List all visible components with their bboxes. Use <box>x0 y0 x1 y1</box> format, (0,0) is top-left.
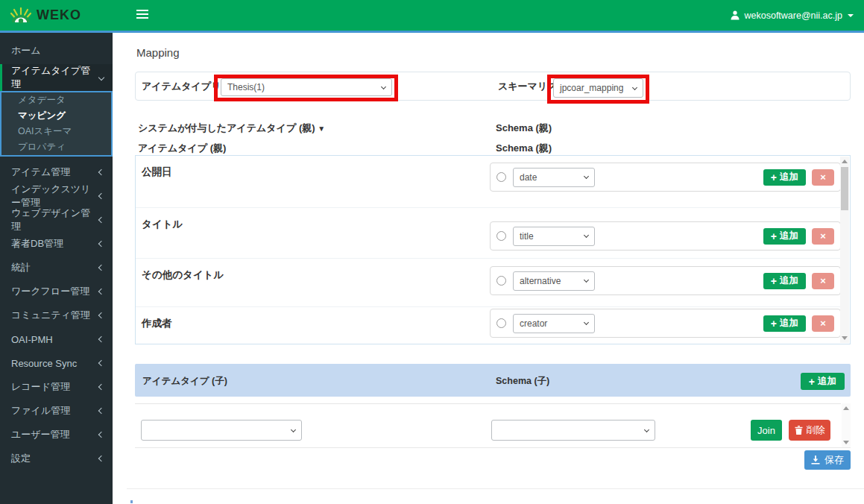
page-artifact-dot <box>130 500 133 503</box>
remove-mapping-button[interactable]: × <box>812 169 834 186</box>
divider <box>135 403 841 404</box>
schema-property-select[interactable]: title <box>513 227 595 246</box>
sidebar-item-resource-sync[interactable]: Resource Sync <box>0 351 113 375</box>
schema-property-select[interactable]: date <box>513 168 595 187</box>
schema-property-value: date <box>520 172 537 183</box>
sidebar-item-web-design-management[interactable]: ウェブデザイン管理 <box>0 208 113 232</box>
itemtype-child-header: アイテムタイプ (子) <box>142 375 227 388</box>
add-mapping-button[interactable]: +追加 <box>763 169 806 186</box>
sidebar-item-oai-pmh[interactable]: OAI-PMH <box>0 327 113 351</box>
scroll-down-arrow[interactable] <box>843 441 849 444</box>
caret-down-icon <box>848 14 854 17</box>
accent-divider <box>0 31 864 33</box>
sidebar-item-user-management[interactable]: ユーザー管理 <box>0 423 113 447</box>
system-itemtype-header[interactable]: システムが付与したアイテムタイプ (親) ▼ <box>138 122 325 135</box>
chevron-down-icon <box>584 320 589 325</box>
itemtype-child-select[interactable] <box>141 420 302 441</box>
chevron-left-icon <box>98 193 104 199</box>
schema-parent-header: Schema (親) <box>496 142 552 155</box>
add-child-mapping-button[interactable]: +追加 <box>801 373 845 390</box>
sidebar-item-itemtype-management[interactable]: アイテムタイプ管理 <box>0 64 113 91</box>
sidebar-item-statistics[interactable]: 統計 <box>0 256 113 280</box>
user-icon <box>731 10 740 20</box>
add-mapping-button[interactable]: +追加 <box>763 228 806 245</box>
chevron-down-icon <box>291 426 296 432</box>
sidebar-item-community-management[interactable]: コミュニティ管理 <box>0 303 113 327</box>
sidebar-item-author-db-management[interactable]: 著者DB管理 <box>0 232 113 256</box>
chevron-down-icon <box>584 233 589 238</box>
chevron-down-icon <box>632 84 637 89</box>
parent-mapping-panel: 公開日 date +追加 × タイトル title <box>135 155 851 344</box>
sidebar-item-file-management[interactable]: ファイル管理 <box>0 399 113 423</box>
plus-icon: + <box>771 171 777 183</box>
radio-button[interactable] <box>496 231 506 241</box>
divider <box>127 488 864 489</box>
schema-list-select[interactable]: jpcoar_mapping <box>553 78 643 98</box>
scroll-down-arrow[interactable] <box>842 336 848 340</box>
weko-logo[interactable]: WEKO <box>0 0 113 31</box>
scroll-up-arrow[interactable] <box>842 160 848 163</box>
schema-child-select[interactable] <box>491 420 655 441</box>
chevron-left-icon <box>98 360 104 366</box>
weko-logo-icon <box>10 7 31 24</box>
system-itemtype-header-row: システムが付与したアイテムタイプ (親) ▼ Schema (親) <box>135 122 851 133</box>
schema-list-selected-value: jpcoar_mapping <box>560 83 623 93</box>
schema-mapping-card: creator +追加 × <box>490 309 841 338</box>
save-button[interactable]: 保存 <box>804 450 851 470</box>
sidebar-item-metadata[interactable]: メタデータ <box>1 92 111 108</box>
remove-mapping-button[interactable]: × <box>812 315 834 332</box>
schema-property-select[interactable]: creator <box>513 314 595 333</box>
chevron-down-icon <box>98 75 104 81</box>
scroll-up-arrow[interactable] <box>843 406 849 410</box>
page-title: Mapping <box>136 46 180 59</box>
mapping-row-pubdate: 公開日 date +追加 × <box>136 156 840 207</box>
join-button[interactable]: Join <box>751 420 782 441</box>
plus-icon: + <box>771 318 777 330</box>
radio-button[interactable] <box>496 276 506 286</box>
itemtype-management-submenu: メタデータ マッピング OAIスキーマ プロパティ <box>0 91 113 157</box>
delete-button[interactable]: 削除 <box>789 420 830 441</box>
schema-property-value: title <box>520 231 534 242</box>
hamburger-menu-icon[interactable] <box>136 10 148 20</box>
chevron-left-icon <box>98 169 104 175</box>
plus-icon: + <box>809 376 815 388</box>
sidebar-item-settings[interactable]: 設定 <box>0 447 113 470</box>
scrollbar[interactable] <box>840 157 849 343</box>
add-mapping-button[interactable]: +追加 <box>763 315 806 332</box>
user-email: wekosoftware@nii.ac.jp <box>745 10 843 21</box>
sidebar-item-mapping[interactable]: マッピング <box>1 108 111 124</box>
chevron-left-icon <box>98 312 104 318</box>
sidebar-item-index-tree-management[interactable]: インデックスツリー管理 <box>0 184 113 208</box>
sidebar-navigation: ホーム アイテムタイプ管理 メタデータ マッピング OAIスキーマ プロパティ … <box>0 33 113 504</box>
remove-mapping-button[interactable]: × <box>812 228 834 245</box>
chevron-left-icon <box>98 265 104 271</box>
schema-parent-header: Schema (親) <box>496 122 552 135</box>
itemtype-property-label: タイトル <box>142 218 183 231</box>
itemtype-list-select[interactable]: Thesis(1) <box>221 78 392 96</box>
radio-button[interactable] <box>496 172 506 182</box>
remove-mapping-button[interactable]: × <box>812 273 834 289</box>
scrollbar[interactable] <box>842 403 851 447</box>
chevron-left-icon <box>98 289 104 294</box>
chevron-left-icon <box>98 217 104 223</box>
sidebar-item-oai-schema[interactable]: OAIスキーマ <box>1 124 111 139</box>
sidebar-item-home[interactable]: ホーム <box>0 37 113 64</box>
mapping-row-creator: 作成者 creator +追加 × <box>136 306 840 344</box>
plus-icon: + <box>771 230 777 242</box>
schema-property-value: creator <box>520 318 547 329</box>
sidebar-item-property[interactable]: プロパティ <box>1 139 111 155</box>
chevron-left-icon <box>98 408 104 414</box>
schema-property-select[interactable]: alternative <box>513 271 595 291</box>
chevron-left-icon <box>98 456 104 462</box>
sidebar-item-record-management[interactable]: レコード管理 <box>0 375 113 399</box>
sidebar-item-workflow-management[interactable]: ワークフロー管理 <box>0 280 113 303</box>
sidebar-item-item-management[interactable]: アイテム管理 <box>0 160 113 184</box>
scroll-thumb[interactable] <box>841 167 848 210</box>
child-section-header: アイテムタイプ (子) Schema (子) +追加 <box>135 364 851 397</box>
user-account-menu[interactable]: wekosoftware@nii.ac.jp <box>731 0 854 31</box>
radio-button[interactable] <box>496 318 506 328</box>
plus-icon: + <box>771 275 777 287</box>
itemtype-parent-header-row: アイテムタイプ (親) Schema (親) <box>135 142 851 154</box>
add-mapping-button[interactable]: +追加 <box>763 273 806 289</box>
chevron-left-icon <box>98 241 104 247</box>
